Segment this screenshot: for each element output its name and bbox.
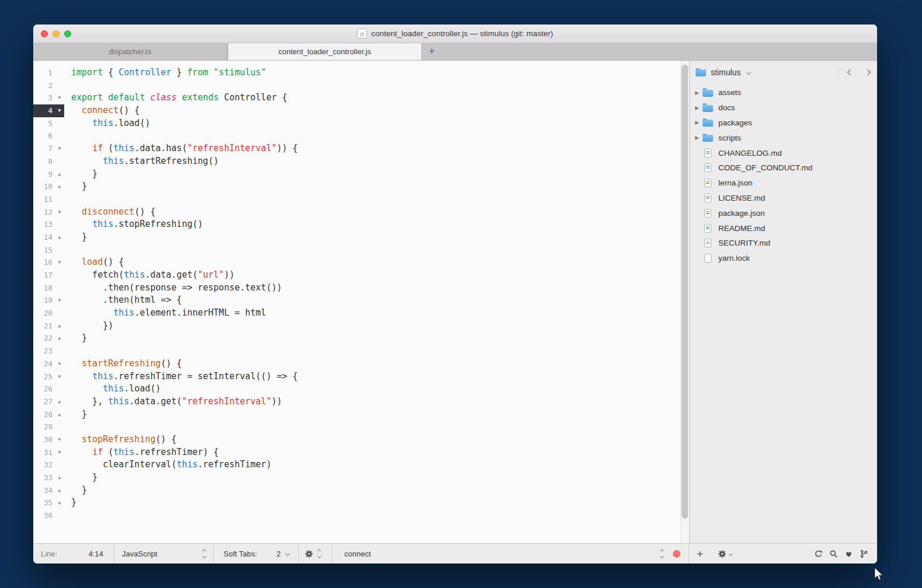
fold-marker[interactable]: ▼ (55, 104, 64, 117)
code-line-14[interactable]: 14▲ } (33, 231, 689, 244)
tree-item-changelog-md[interactable]: CHANGELOG.md (690, 145, 877, 160)
close-button[interactable] (41, 30, 48, 37)
code-text (64, 421, 71, 433)
code-line-36[interactable]: 36 (33, 509, 689, 522)
code-line-28[interactable]: 28▲ } (33, 408, 689, 421)
grammar-settings-button[interactable] (299, 544, 333, 564)
tree-item-readme-md[interactable]: README.md (690, 220, 877, 236)
soft-tabs-selector[interactable]: Soft Tabs: 2 (214, 544, 299, 564)
code-line-13[interactable]: 13 this.stopRefreshing() (33, 218, 689, 231)
code-line-25[interactable]: 25▼ this.refreshTimer = setInterval(() =… (33, 370, 689, 383)
fold-marker[interactable]: ▲ (55, 180, 64, 193)
fold-marker[interactable]: ▲ (55, 332, 64, 345)
tree-item-lerna-json[interactable]: lerna.json (690, 176, 877, 191)
editor-scrollbar-thumb[interactable] (682, 65, 688, 519)
fold-marker[interactable]: ▲ (55, 471, 64, 484)
symbol-stepper[interactable] (661, 550, 663, 557)
tab-dispatcher-ts[interactable]: dispatcher.ts (33, 43, 228, 60)
code-line-5[interactable]: 5 this.load() (33, 117, 689, 130)
fold-marker[interactable]: ▼ (55, 206, 64, 219)
disclosure-triangle[interactable]: ▶ (695, 135, 703, 141)
fold-marker[interactable]: ▲ (55, 168, 64, 181)
code-line-7[interactable]: 7▼ if (this.data.has("refreshInterval"))… (33, 142, 689, 155)
forward-button[interactable] (864, 69, 871, 75)
code-line-18[interactable]: 18 .then(response => response.text()) (33, 282, 689, 295)
code-line-19[interactable]: 19▼ .then(html => { (33, 294, 689, 307)
code-text: export default class extends Controller … (64, 92, 287, 104)
code-line-15[interactable]: 15 (33, 244, 689, 257)
tree-item-security-md[interactable]: SECURITY.md (690, 236, 877, 251)
code-line-6[interactable]: 6 (33, 130, 689, 142)
code-line-33[interactable]: 33▲ } (33, 471, 689, 484)
tree-item-package-json[interactable]: package.json (690, 205, 877, 220)
tree-item-assets[interactable]: ▶assets (690, 85, 877, 100)
code-line-26[interactable]: 26 this.load() (33, 383, 689, 396)
code-line-3[interactable]: 3▼export default class extends Controlle… (33, 92, 689, 104)
code-text: connect() { (64, 104, 139, 117)
search-icon[interactable] (829, 550, 838, 558)
fold-marker[interactable]: ▼ (55, 92, 64, 104)
code-line-4[interactable]: 4▼ connect() { (33, 104, 689, 117)
editor-scrollbar-track[interactable] (680, 61, 689, 543)
project-selector[interactable]: stimulus (696, 68, 838, 77)
tree-item-scripts[interactable]: ▶scripts (690, 130, 877, 145)
code-line-11[interactable]: 11 (33, 193, 689, 206)
disclosure-triangle[interactable]: ▶ (695, 105, 703, 111)
disclosure-triangle[interactable]: ▶ (695, 120, 703, 125)
fold-marker[interactable]: ▼ (55, 142, 64, 155)
fold-marker[interactable]: ▼ (55, 358, 64, 370)
code-line-31[interactable]: 31▼ if (this.refreshTimer) { (33, 446, 689, 459)
git-branch-icon[interactable] (860, 550, 868, 558)
fold-marker[interactable]: ▲ (55, 320, 64, 332)
record-indicator[interactable] (673, 550, 680, 558)
heart-icon[interactable] (844, 550, 853, 558)
tab-label: dispatcher.ts (109, 47, 152, 56)
tree-item-yarn-lock[interactable]: yarn.lock (690, 251, 877, 266)
disclosure-triangle[interactable]: ▶ (695, 90, 703, 96)
fold-marker[interactable]: ▲ (55, 231, 64, 244)
new-file-button[interactable]: + (697, 548, 703, 559)
fold-marker[interactable]: ▲ (55, 408, 64, 421)
new-tab-button[interactable]: + (422, 43, 442, 60)
code-line-2[interactable]: 2 (33, 79, 689, 92)
code-line-22[interactable]: 22▲ } (33, 332, 689, 345)
refresh-icon[interactable] (814, 550, 823, 558)
code-line-16[interactable]: 16▼ load() { (33, 256, 689, 269)
sidebar-settings-button[interactable] (718, 550, 732, 558)
code-line-23[interactable]: 23 (33, 345, 689, 358)
code-line-24[interactable]: 24▼ startRefreshing() { (33, 358, 689, 370)
language-selector[interactable]: JavaScript (114, 544, 214, 564)
code-editor[interactable]: 1import { Controller } from "stimulus"23… (33, 61, 689, 543)
tree-item-packages[interactable]: ▶packages (690, 116, 877, 131)
tab-content-loader-controller-js[interactable]: content_loader_controller.js (228, 43, 422, 60)
code-line-8[interactable]: 8 this.startRefreshing() (33, 155, 689, 168)
code-line-27[interactable]: 27▲ }, this.data.get("refreshInterval")) (33, 396, 689, 408)
fold-marker[interactable]: ▼ (55, 433, 64, 446)
back-button[interactable] (847, 69, 853, 75)
fold-marker[interactable]: ▼ (55, 294, 64, 307)
code-line-12[interactable]: 12▼ disconnect() { (33, 206, 689, 219)
code-line-1[interactable]: 1import { Controller } from "stimulus" (33, 66, 689, 79)
minimize-button[interactable] (53, 30, 60, 37)
gutter-line-2: 2 (33, 79, 64, 92)
fold-marker[interactable]: ▼ (55, 446, 64, 459)
tree-item-code-of-conduct-md[interactable]: CODE_OF_CONDUCT.md (690, 160, 877, 176)
code-line-20[interactable]: 20 this.element.innerHTML = html (33, 307, 689, 320)
code-line-34[interactable]: 34▲ } (33, 484, 689, 497)
code-line-17[interactable]: 17 fetch(this.data.get("url")) (33, 269, 689, 282)
fold-marker[interactable]: ▼ (55, 256, 64, 269)
code-line-10[interactable]: 10▲ } (33, 180, 689, 193)
code-line-21[interactable]: 21▲ }) (33, 320, 689, 332)
tree-item-license-md[interactable]: LICENSE.md (690, 191, 877, 206)
fold-marker[interactable]: ▲ (55, 396, 64, 408)
code-line-9[interactable]: 9▲ } (33, 168, 689, 181)
tree-item-docs[interactable]: ▶docs (690, 100, 877, 116)
fold-marker[interactable]: ▲ (55, 496, 64, 509)
code-line-35[interactable]: 35▲} (33, 496, 689, 509)
code-line-30[interactable]: 30▼ stopRefreshing() { (33, 433, 689, 446)
fold-marker[interactable]: ▼ (55, 370, 64, 383)
code-line-29[interactable]: 29 (33, 421, 689, 433)
code-line-32[interactable]: 32 clearInterval(this.refreshTimer) (33, 459, 689, 471)
fold-marker[interactable]: ▲ (55, 484, 64, 497)
zoom-button[interactable] (64, 30, 71, 37)
